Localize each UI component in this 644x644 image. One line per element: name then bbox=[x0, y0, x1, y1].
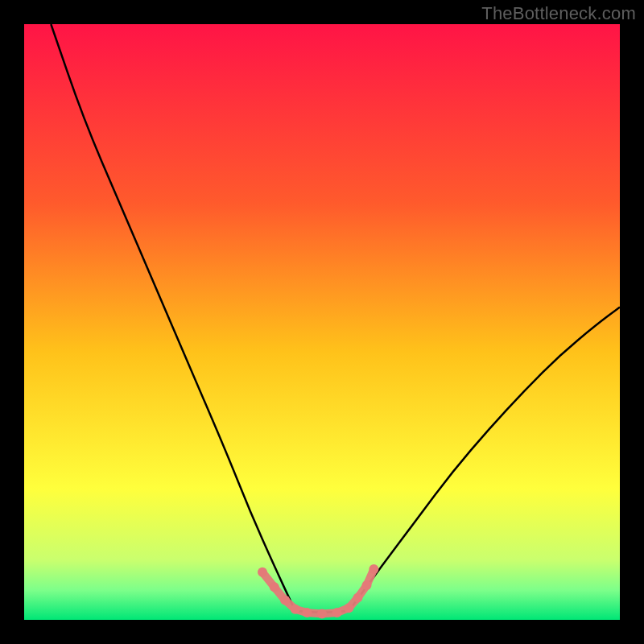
valley-marker bbox=[317, 609, 327, 619]
chart-frame: TheBottleneck.com bbox=[0, 0, 644, 644]
watermark-text: TheBottleneck.com bbox=[481, 3, 636, 24]
valley-marker bbox=[369, 564, 378, 574]
bottleneck-chart bbox=[0, 0, 644, 644]
valley-marker bbox=[291, 605, 300, 614]
valley-marker bbox=[362, 580, 372, 590]
valley-marker bbox=[344, 603, 353, 613]
valley-marker bbox=[332, 608, 342, 617]
plot-panel bbox=[24, 24, 620, 620]
valley-marker bbox=[353, 593, 362, 603]
valley-marker bbox=[303, 608, 312, 617]
valley-marker bbox=[270, 582, 279, 592]
valley-marker bbox=[280, 596, 290, 605]
valley-marker bbox=[258, 568, 267, 577]
